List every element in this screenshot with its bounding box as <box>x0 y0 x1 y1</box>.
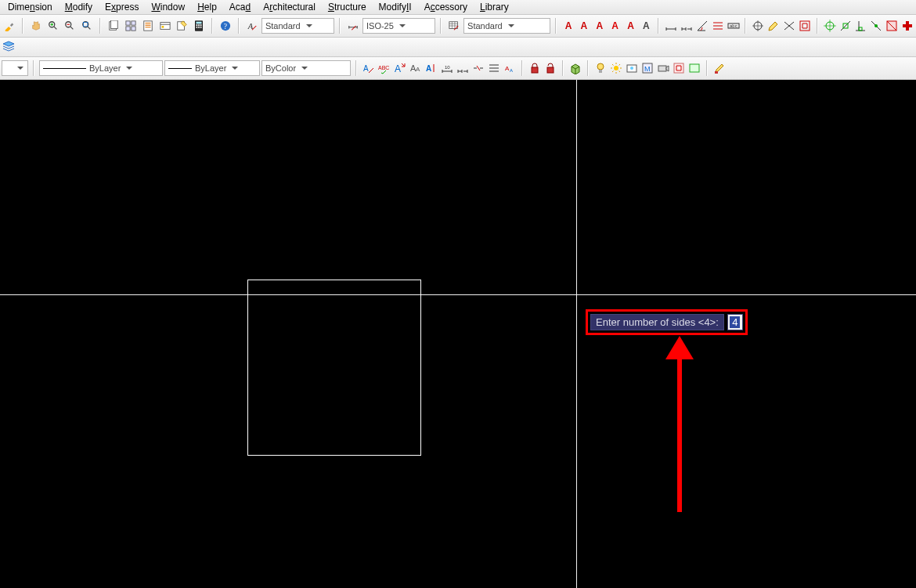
sheetset-icon[interactable] <box>106 18 121 34</box>
menu-item-window[interactable]: Window <box>145 1 191 13</box>
text-menu-icon[interactable]: AA <box>503 61 517 75</box>
menu-item-dimension[interactable]: Dimension <box>2 1 59 13</box>
color-combo[interactable] <box>2 60 28 76</box>
dim-radius-icon[interactable]: A <box>624 19 638 33</box>
mtext-icon[interactable]: A <box>362 61 376 75</box>
dim-style-value: ISO-25 <box>366 21 394 31</box>
plotstyle-value: ByColor <box>265 63 296 73</box>
toolbar-standard: ? A Standard ISO-25 Standard A A A A A A… <box>0 15 916 38</box>
dim-quick-icon[interactable] <box>711 19 725 33</box>
svg-text:?: ? <box>224 22 227 31</box>
dim-ordinate-icon[interactable]: A <box>608 19 622 33</box>
text-style-value: Standard <box>265 21 301 31</box>
dim-angular-icon[interactable] <box>695 19 709 33</box>
justify-icon[interactable]: A <box>424 61 438 75</box>
dimbreak-icon[interactable] <box>471 61 485 75</box>
dim-diameter-icon[interactable]: A <box>639 19 653 33</box>
separator <box>440 18 442 34</box>
svg-rect-15 <box>197 22 202 24</box>
camera-icon[interactable] <box>656 61 670 75</box>
unlock-icon[interactable] <box>543 61 557 75</box>
osnap-endpoint-icon[interactable] <box>823 19 837 33</box>
text-align-icon[interactable]: AA <box>409 61 423 75</box>
menu-item-structure[interactable]: Structure <box>322 1 373 13</box>
spell-icon[interactable]: ABC <box>377 61 391 75</box>
svg-rect-49 <box>599 70 602 73</box>
osnap-perp-icon[interactable] <box>853 19 867 33</box>
plotstyle-combo[interactable]: ByColor <box>261 60 351 76</box>
osnap-settings-icon[interactable] <box>900 19 914 33</box>
dim-aligned-icon[interactable]: A <box>577 19 591 33</box>
osnap-mid-icon[interactable] <box>838 19 853 33</box>
visual-styles-icon[interactable] <box>687 61 701 75</box>
drawing-canvas[interactable]: Enter number of sides <4>: 4 <box>0 80 916 588</box>
sun-icon[interactable] <box>609 61 623 75</box>
walk-icon[interactable] <box>672 61 686 75</box>
dim-center-icon[interactable] <box>751 19 765 33</box>
lineweight-combo[interactable]: ByLayer <box>164 60 260 76</box>
zoom-in-icon[interactable] <box>45 18 61 34</box>
dim-edit-icon[interactable] <box>766 19 781 33</box>
dynamic-input-prompt[interactable]: Enter number of sides <4>: 4 <box>586 309 748 335</box>
materials-icon[interactable]: M <box>640 61 655 75</box>
linetype-combo[interactable]: ByLayer <box>39 60 163 76</box>
svg-rect-16 <box>197 24 198 26</box>
menu-item-acad[interactable]: Acad <box>223 1 257 13</box>
layers-icon[interactable] <box>2 40 16 54</box>
svg-rect-3 <box>84 23 88 27</box>
svg-text:A: A <box>416 66 420 73</box>
svg-point-48 <box>597 63 604 70</box>
crosshair-horizontal <box>0 294 916 295</box>
svg-rect-57 <box>690 64 699 72</box>
dim-style-icon[interactable] <box>345 18 361 34</box>
linetype-swatch <box>43 68 86 69</box>
text-style-combo[interactable]: Standard <box>261 18 334 34</box>
dim-linear-icon[interactable]: A <box>561 19 575 33</box>
markup-icon[interactable] <box>175 18 190 34</box>
menu-item-accessory[interactable]: Accessory <box>418 1 474 13</box>
design-center-icon[interactable] <box>157 18 173 34</box>
menu-item-modify[interactable]: Modify <box>59 1 99 13</box>
light-icon[interactable] <box>593 61 608 75</box>
render-icon[interactable] <box>625 61 639 75</box>
dynamic-input-value[interactable]: 4 <box>727 314 743 330</box>
dimspace-icon[interactable] <box>487 61 501 75</box>
match-prop-icon[interactable] <box>2 18 17 34</box>
dim-continue-icon[interactable] <box>680 19 694 33</box>
svg-rect-36 <box>906 21 909 31</box>
table-style-combo[interactable]: Standard <box>463 18 550 34</box>
dynamic-input-value-text: 4 <box>730 316 740 328</box>
properties-icon[interactable] <box>140 18 156 34</box>
text-style-icon[interactable]: A <box>244 18 260 34</box>
calculator-icon[interactable] <box>191 18 207 34</box>
osnap-none-icon[interactable] <box>885 19 899 33</box>
dim-override-icon[interactable] <box>782 19 796 33</box>
dim-update-icon[interactable] <box>798 19 812 33</box>
svg-point-52 <box>630 67 633 70</box>
zoom-window-icon[interactable] <box>79 18 95 34</box>
dim-arc-icon[interactable]: A <box>593 19 607 33</box>
table-style-icon[interactable] <box>446 18 462 34</box>
scale-text-icon[interactable]: A <box>393 61 407 75</box>
dim-style-combo[interactable]: ISO-25 <box>362 18 435 34</box>
menu-item-help[interactable]: Help <box>191 1 223 13</box>
osnap-center-icon[interactable] <box>869 19 883 33</box>
lock-icon[interactable] <box>528 61 542 75</box>
zoom-out-icon[interactable] <box>63 18 78 34</box>
menu-item-modifyii[interactable]: ModifyII <box>373 1 418 13</box>
menu-item-library[interactable]: Library <box>474 1 515 13</box>
toolbar-layers-row <box>0 38 916 57</box>
svg-rect-58 <box>715 71 718 74</box>
dim-baseline-icon[interactable] <box>664 19 678 33</box>
dim-tolerance-icon[interactable]: abc <box>727 19 741 33</box>
pan-icon[interactable] <box>28 18 44 34</box>
annotation-arrow <box>656 336 703 516</box>
menu-item-express[interactable]: Express <box>99 1 145 13</box>
tool-palette-icon[interactable] <box>123 18 139 34</box>
dimcontinue2-icon[interactable] <box>456 61 470 75</box>
help-icon[interactable]: ? <box>218 18 233 34</box>
box-icon[interactable] <box>568 61 582 75</box>
menu-item-architectural[interactable]: Architectural <box>257 1 322 13</box>
dimlinear2-icon[interactable]: 10 <box>440 61 454 75</box>
brush-icon[interactable] <box>712 61 727 75</box>
